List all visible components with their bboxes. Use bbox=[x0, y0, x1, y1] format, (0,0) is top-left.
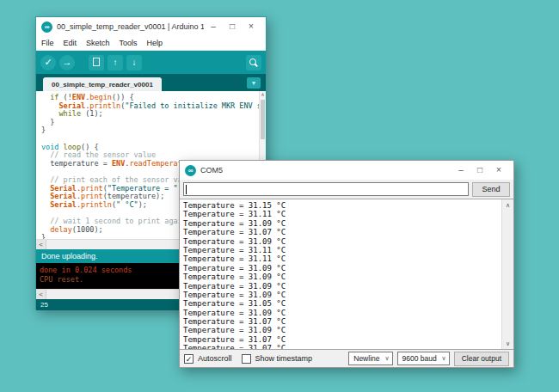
serial-line: Temperature = 31.07 °C bbox=[183, 317, 500, 326]
code-line: Serial.println("Failed to initialize MKR… bbox=[41, 102, 259, 111]
autoscroll-checkbox[interactable]: ✓ bbox=[184, 354, 194, 364]
menu-help[interactable]: Help bbox=[147, 39, 163, 47]
verify-button[interactable]: ✓ bbox=[40, 55, 56, 70]
serial-bottom-bar: ✓ Autoscroll Show timestamp Newline∨ 960… bbox=[180, 350, 513, 367]
tab-list-button[interactable]: ▼ bbox=[247, 77, 261, 89]
scroll-left-icon[interactable]: < bbox=[36, 240, 46, 250]
send-button[interactable]: Send bbox=[472, 182, 510, 197]
scroll-down-icon[interactable]: ∨ bbox=[502, 338, 513, 349]
serial-line: Temperature = 31.09 °C bbox=[183, 282, 500, 291]
open-icon: ↑ bbox=[114, 58, 118, 67]
serial-line: Temperature = 31.15 °C bbox=[183, 201, 500, 210]
show-timestamp-label: Show timestamp bbox=[255, 354, 313, 363]
serial-line: Temperature = 31.09 °C bbox=[183, 237, 500, 246]
show-timestamp-checkbox[interactable] bbox=[242, 354, 251, 364]
close-button[interactable]: × bbox=[489, 162, 508, 178]
upload-icon: → bbox=[63, 57, 72, 67]
maximize-button[interactable]: □ bbox=[470, 162, 489, 178]
line-ending-value: Newline bbox=[353, 354, 379, 363]
close-button[interactable]: × bbox=[242, 19, 261, 34]
arduino-app-icon: ∞ bbox=[185, 165, 196, 176]
serial-line: Temperature = 31.09 °C bbox=[183, 326, 500, 334]
desktop: ∞ 00_simple_temp_reader_v0001 | Arduino … bbox=[0, 0, 559, 392]
code-line: void loop() { bbox=[41, 144, 259, 152]
baud-rate-value: 9600 baud bbox=[402, 354, 437, 363]
menu-sketch[interactable]: Sketch bbox=[86, 39, 110, 47]
serial-input[interactable] bbox=[183, 182, 469, 196]
chevron-down-icon: ∨ bbox=[384, 352, 389, 364]
serial-window-title: COM5 bbox=[200, 166, 452, 175]
code-line: } bbox=[41, 119, 259, 127]
serial-line: Temperature = 31.05 °C bbox=[183, 299, 500, 308]
ide-window-title: 00_simple_temp_reader_v0001 | Arduino 1.… bbox=[57, 22, 204, 31]
clear-output-button[interactable]: Clear output bbox=[454, 352, 509, 366]
new-sketch-button[interactable] bbox=[89, 55, 104, 70]
serial-line: Temperature = 31.09 °C bbox=[183, 264, 500, 273]
serial-output-lines: Temperature = 31.15 °CTemperature = 31.1… bbox=[183, 201, 500, 350]
autoscroll-label: Autoscroll bbox=[198, 354, 232, 363]
serial-vertical-scrollbar[interactable]: ∧ ∨ bbox=[501, 199, 513, 349]
serial-line: Temperature = 31.07 °C bbox=[183, 228, 500, 236]
serial-line: Temperature = 31.07 °C bbox=[183, 335, 500, 344]
code-line bbox=[41, 135, 259, 144]
scroll-left-icon[interactable]: < bbox=[36, 290, 46, 300]
chevron-down-icon: ∨ bbox=[442, 352, 446, 364]
baud-rate-select[interactable]: 9600 baud∨ bbox=[397, 352, 450, 365]
minimize-button[interactable]: – bbox=[204, 19, 223, 34]
chevron-down-icon: ▼ bbox=[251, 80, 257, 86]
maximize-button[interactable]: □ bbox=[223, 19, 242, 34]
text-caret bbox=[186, 185, 187, 194]
serial-output-area[interactable]: Temperature = 31.15 °CTemperature = 31.1… bbox=[180, 199, 513, 350]
code-line: } bbox=[41, 126, 259, 135]
line-ending-select[interactable]: Newline∨ bbox=[348, 352, 392, 365]
ide-tab-bar: 00_simple_temp_reader_v0001 ▼ bbox=[36, 74, 266, 91]
arduino-app-icon: ∞ bbox=[41, 21, 52, 33]
save-button[interactable]: ↓ bbox=[126, 55, 142, 70]
serial-line: Temperature = 31.11 °C bbox=[183, 254, 500, 263]
serial-line: Temperature = 31.11 °C bbox=[183, 246, 500, 254]
menu-tools[interactable]: Tools bbox=[120, 39, 138, 47]
serial-line: Temperature = 31.09 °C bbox=[183, 309, 500, 317]
ide-title-bar[interactable]: ∞ 00_simple_temp_reader_v0001 | Arduino … bbox=[36, 17, 266, 36]
ide-toolbar: ✓ → ↑ ↓ bbox=[36, 51, 266, 74]
scrollbar-thumb[interactable] bbox=[261, 100, 265, 139]
code-line: // read the sensor value bbox=[41, 151, 259, 160]
serial-monitor-window: ∞ COM5 – □ × Send Temperature = 31.15 °C… bbox=[179, 160, 514, 368]
minimize-button[interactable]: – bbox=[452, 162, 470, 178]
sketch-tab[interactable]: 00_simple_temp_reader_v0001 bbox=[43, 77, 162, 91]
new-sketch-icon bbox=[93, 58, 100, 66]
menu-edit[interactable]: Edit bbox=[64, 39, 77, 47]
code-line: if (!ENV.begin()) { bbox=[41, 94, 259, 102]
open-button[interactable]: ↑ bbox=[108, 55, 123, 70]
serial-monitor-button[interactable] bbox=[246, 55, 261, 70]
upload-button[interactable]: → bbox=[59, 55, 75, 70]
serial-line: Temperature = 31.09 °C bbox=[183, 273, 500, 281]
serial-title-bar[interactable]: ∞ COM5 – □ × bbox=[180, 161, 513, 180]
ide-menu-bar: File Edit Sketch Tools Help bbox=[36, 36, 266, 51]
serial-line: Temperature = 31.07 °C bbox=[183, 344, 500, 350]
menu-file[interactable]: File bbox=[41, 39, 54, 47]
serial-line: Temperature = 31.09 °C bbox=[183, 219, 500, 228]
serial-input-row: Send bbox=[180, 180, 513, 199]
scroll-up-icon[interactable]: ∧ bbox=[260, 91, 266, 99]
serial-line: Temperature = 31.11 °C bbox=[183, 210, 500, 218]
serial-line: Temperature = 31.09 °C bbox=[183, 291, 500, 299]
code-line: while (1); bbox=[41, 110, 259, 119]
scroll-up-icon[interactable]: ∧ bbox=[502, 199, 513, 211]
verify-icon: ✓ bbox=[44, 57, 52, 67]
save-icon: ↓ bbox=[132, 58, 137, 67]
